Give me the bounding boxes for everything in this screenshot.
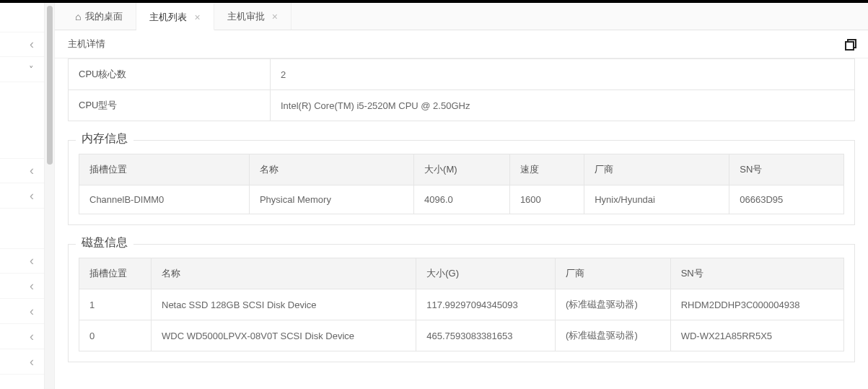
tab-label: 主机列表 [149, 11, 187, 24]
th-slot: 插槽位置 [79, 154, 250, 185]
th-slot: 插槽位置 [79, 258, 152, 289]
sidebar-collapse-1[interactable] [0, 32, 44, 57]
table-header-row: 插槽位置 名称 大小(M) 速度 厂商 SN号 [79, 154, 844, 185]
memory-table: 插槽位置 名称 大小(M) 速度 厂商 SN号 ChannelB-DIMM0 [79, 154, 844, 214]
close-icon[interactable]: × [194, 12, 200, 23]
cell-sn: RHDM2DDHP3C000004938 [670, 289, 843, 320]
memory-title: 内存信息 [76, 131, 133, 147]
sidebar-collapse-3[interactable] [0, 183, 44, 209]
maximize-icon[interactable] [845, 39, 855, 49]
chevron-left-icon [30, 253, 34, 268]
th-vendor: 厂商 [556, 258, 671, 289]
table-row: 0 WDC WD5000LPVX-08V0T SCSI Disk Device … [79, 320, 844, 351]
sidebar-collapse-5[interactable] [0, 274, 44, 299]
close-icon[interactable]: × [272, 11, 278, 22]
chevron-left-icon [30, 329, 34, 344]
sidebar-collapse-7[interactable] [0, 324, 44, 349]
chevron-down-icon [29, 64, 34, 75]
chevron-left-icon [30, 37, 34, 52]
cell-name: WDC WD5000LPVX-08V0T SCSI Disk Device [152, 320, 416, 351]
th-name: 名称 [249, 154, 413, 185]
th-sn: SN号 [670, 258, 843, 289]
cell-name: Netac SSD 128GB SCSI Disk Device [152, 289, 416, 320]
table-row: CPU型号 Intel(R) Core(TM) i5-2520M CPU @ 2… [69, 90, 855, 121]
sidebar [0, 3, 45, 389]
table-row: ChannelB-DIMM0 Physical Memory 4096.0 16… [79, 185, 844, 214]
sidebar-collapse-2[interactable] [0, 158, 44, 183]
cell-vendor: (标准磁盘驱动器) [556, 289, 671, 320]
page-title: 主机详情 [68, 38, 105, 51]
cell-speed: 1600 [509, 185, 584, 214]
disk-table: 插槽位置 名称 大小(G) 厂商 SN号 1 Netac SSD 128GB S… [79, 258, 844, 351]
th-size: 大小(M) [414, 154, 510, 185]
tab-label: 主机审批 [227, 10, 265, 23]
table-row: CPU核心数 2 [69, 59, 855, 90]
table-header-row: 插槽位置 名称 大小(G) 厂商 SN号 [79, 258, 844, 289]
cpu-cores-label: CPU核心数 [69, 59, 271, 90]
cell-size: 465.7593083381653 [416, 320, 556, 351]
sidebar-collapse-8[interactable] [0, 349, 44, 375]
scrollbar[interactable] [45, 3, 55, 389]
cpu-model-value: Intel(R) Core(TM) i5-2520M CPU @ 2.50GHz [271, 90, 855, 121]
chevron-left-icon [30, 188, 34, 204]
cell-size: 117.99297094345093 [416, 289, 556, 320]
scrollbar-thumb[interactable] [47, 6, 53, 165]
tab-home[interactable]: 我的桌面 [62, 3, 136, 30]
subheader: 主机详情 [55, 30, 868, 58]
cpu-cores-value: 2 [271, 59, 855, 90]
cell-sn: WD-WX21A85RR5X5 [670, 320, 843, 351]
disk-title: 磁盘信息 [76, 235, 133, 250]
cell-slot: ChannelB-DIMM0 [79, 185, 250, 214]
th-sn: SN号 [729, 154, 844, 185]
home-icon [75, 11, 81, 22]
disk-section: 磁盘信息 插槽位置 名称 大小(G) 厂商 SN号 [68, 244, 855, 362]
sidebar-collapse-4[interactable] [0, 248, 44, 274]
cell-slot: 1 [79, 289, 152, 320]
cpu-model-label: CPU型号 [69, 90, 271, 121]
tab-bar: 我的桌面 主机列表 × 主机审批 × [55, 3, 868, 30]
memory-section: 内存信息 插槽位置 名称 大小(M) 速度 厂商 SN号 [68, 140, 855, 225]
cell-vendor: (标准磁盘驱动器) [556, 320, 671, 351]
th-vendor: 厂商 [584, 154, 729, 185]
chevron-left-icon [30, 163, 34, 178]
cell-size: 4096.0 [414, 185, 510, 214]
th-name: 名称 [152, 258, 416, 289]
table-row: 1 Netac SSD 128GB SCSI Disk Device 117.9… [79, 289, 844, 320]
sidebar-collapse-6[interactable] [0, 299, 44, 324]
cell-vendor: Hynix/Hyundai [584, 185, 729, 214]
sidebar-expand-1[interactable] [0, 57, 44, 82]
chevron-left-icon [30, 279, 34, 294]
cpu-info-table: CPU核心数 2 CPU型号 Intel(R) Core(TM) i5-2520… [68, 58, 855, 121]
chevron-left-icon [30, 304, 34, 319]
th-size: 大小(G) [416, 258, 556, 289]
tab-hostlist[interactable]: 主机列表 × [136, 3, 214, 30]
content: CPU核心数 2 CPU型号 Intel(R) Core(TM) i5-2520… [55, 58, 868, 370]
cell-slot: 0 [79, 320, 152, 351]
cell-name: Physical Memory [249, 185, 413, 214]
cell-sn: 06663D95 [729, 185, 844, 214]
th-speed: 速度 [509, 154, 584, 185]
tab-hostapproval[interactable]: 主机审批 × [214, 3, 291, 30]
chevron-left-icon [30, 354, 34, 370]
tab-label: 我的桌面 [85, 10, 123, 23]
